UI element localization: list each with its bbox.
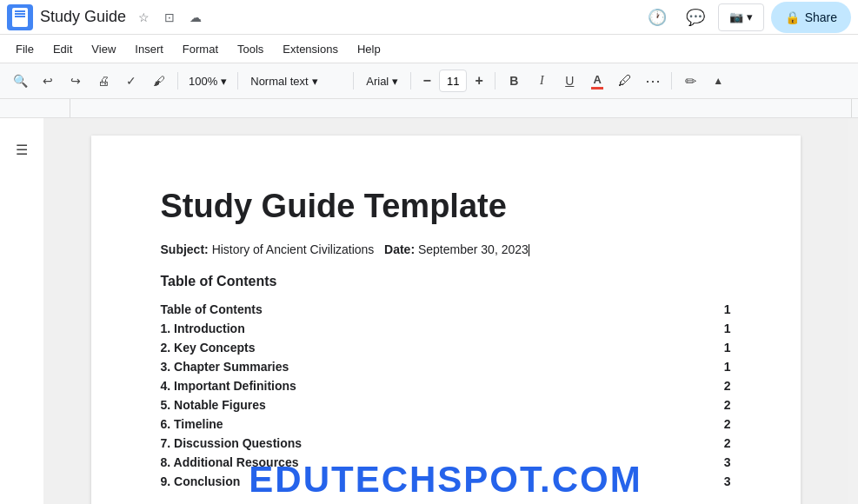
underline-btn[interactable]: U <box>556 68 582 94</box>
cloud-icon[interactable]: ☁ <box>185 7 206 28</box>
toc-item-page: 2 <box>705 376 731 395</box>
toc-row: 5. Notable Figures 2 <box>161 395 731 414</box>
move-icon[interactable]: ⊡ <box>159 7 180 28</box>
ruler-canvas <box>0 99 858 117</box>
toc-item-page: 2 <box>705 434 731 453</box>
toolbar-sep-6 <box>671 72 672 90</box>
share-button[interactable]: 🔒 Share <box>771 2 851 33</box>
sidebar: ☰ <box>0 118 43 504</box>
font-size-decrease-btn[interactable]: − <box>416 70 437 91</box>
toolbar-sep-2 <box>237 72 238 90</box>
font-selector[interactable]: Arial ▾ <box>359 73 405 90</box>
lock-icon: 🔒 <box>785 10 800 24</box>
toc-item-label: 7. Discussion Questions <box>161 434 705 453</box>
bold-btn[interactable]: B <box>501 68 527 94</box>
toc-item-page: 1 <box>705 338 731 357</box>
style-dropdown-icon: ▾ <box>312 75 318 88</box>
spell-check-btn[interactable]: ✓ <box>118 68 144 94</box>
font-size-increase-btn[interactable]: + <box>469 70 489 91</box>
toc-heading: Table of Contents <box>161 274 731 289</box>
outline-toggle-btn[interactable]: ☰ <box>8 136 36 163</box>
undo-btn[interactable]: ↩ <box>35 68 61 94</box>
toolbar-sep-4 <box>410 72 411 90</box>
toc-item-label: 4. Important Definitions <box>161 376 705 395</box>
title-action-icons: ☆ ⊡ ☁ <box>133 7 206 28</box>
subject-bold: Subject: <box>161 242 209 256</box>
history-icon[interactable]: 🕐 <box>642 2 673 33</box>
meet-button[interactable]: 📷 ▾ <box>718 3 764 31</box>
toc-item-page: 2 <box>705 395 731 414</box>
chat-icon[interactable]: 💬 <box>680 2 711 33</box>
paint-format-btn[interactable]: 🖌 <box>146 68 172 94</box>
collapse-toolbar-btn[interactable]: ▲ <box>705 68 731 94</box>
menu-extensions[interactable]: Extensions <box>274 39 347 59</box>
toc-item-page: 3 <box>705 453 731 472</box>
document-area[interactable]: Study Guide Template Subject: History of… <box>43 118 848 504</box>
toc-item-label: 5. Notable Figures <box>161 395 705 414</box>
menu-format[interactable]: Format <box>174 39 227 59</box>
toc-item-label: 3. Chapter Summaries <box>161 357 705 376</box>
toc-row: 7. Discussion Questions 2 <box>161 434 731 453</box>
style-selector[interactable]: Normal text ▾ <box>243 73 348 90</box>
menu-view[interactable]: View <box>83 39 124 59</box>
font-dropdown-icon: ▾ <box>392 75 398 88</box>
toc-item-label: 1. Introduction <box>161 319 705 338</box>
zoom-dropdown-icon: ▾ <box>221 75 227 88</box>
zoom-selector[interactable]: 100% ▾ <box>183 73 232 90</box>
document-title-heading: Study Guide Template <box>161 188 731 225</box>
ruler <box>0 99 858 118</box>
toc-item-page: 1 <box>705 300 731 319</box>
doc-app-icon[interactable] <box>7 4 33 30</box>
toolbar-sep-5 <box>495 72 496 90</box>
menu-tools[interactable]: Tools <box>229 39 272 59</box>
redo-btn[interactable]: ↪ <box>63 68 89 94</box>
main-area: ☰ Study Guide Template Subject: History … <box>0 118 858 504</box>
toc-item-page: 3 <box>705 472 731 491</box>
ruler-svg <box>70 99 852 118</box>
toc-item-label: 6. Timeline <box>161 414 705 434</box>
toc-item-label: 2. Key Concepts <box>161 338 705 357</box>
font-size-input[interactable] <box>439 70 467 92</box>
date-bold: Date: <box>384 242 415 256</box>
menu-file[interactable]: File <box>7 39 43 59</box>
search-toolbar-btn[interactable]: 🔍 <box>7 68 33 94</box>
watermark: EDUTECHSPOT.COM <box>249 459 642 501</box>
text-cursor <box>529 244 530 256</box>
star-icon[interactable]: ☆ <box>133 7 154 28</box>
toc-row: 2. Key Concepts 1 <box>161 338 731 357</box>
zoom-value: 100% <box>189 75 217 88</box>
font-value: Arial <box>366 75 389 88</box>
toc-row: 3. Chapter Summaries 1 <box>161 357 731 376</box>
header-right: 🕐 💬 📷 ▾ 🔒 Share <box>642 2 851 33</box>
italic-btn[interactable]: I <box>529 68 555 94</box>
formatting-mode-btn[interactable]: ✏ <box>677 68 703 94</box>
scrollbar[interactable] <box>848 118 858 504</box>
meet-camera-icon: 📷 <box>729 10 743 23</box>
title-bar: Study Guide ☆ ⊡ ☁ 🕐 💬 📷 ▾ 🔒 Share <box>0 0 858 35</box>
toc-row: Table of Contents 1 <box>161 300 731 319</box>
menu-help[interactable]: Help <box>349 39 389 59</box>
date-value: September 30, 2023 <box>418 242 529 256</box>
toc-row: 1. Introduction 1 <box>161 319 731 338</box>
toolbar-sep-1 <box>177 72 178 90</box>
toc-row: 6. Timeline 2 <box>161 414 731 434</box>
font-size-area: − + <box>416 70 489 92</box>
text-color-btn[interactable]: A <box>584 68 610 94</box>
document-page: Study Guide Template Subject: History of… <box>91 136 801 504</box>
menu-bar: File Edit View Insert Format Tools Exten… <box>0 35 858 63</box>
document-meta: Subject: History of Ancient Civilization… <box>161 242 731 256</box>
share-label: Share <box>805 10 837 24</box>
document-title: Study Guide <box>40 8 126 26</box>
meet-dropdown-icon: ▾ <box>747 10 753 23</box>
menu-insert[interactable]: Insert <box>126 39 172 59</box>
toc-item-page: 2 <box>705 414 731 434</box>
toolbar-sep-3 <box>353 72 354 90</box>
highlight-color-btn[interactable]: 🖊 <box>612 68 638 94</box>
more-formatting-btn[interactable]: ⋯ <box>640 68 666 94</box>
menu-edit[interactable]: Edit <box>44 39 81 59</box>
toolbar: 🔍 ↩ ↪ 🖨 ✓ 🖌 100% ▾ Normal text ▾ Arial ▾… <box>0 63 858 99</box>
print-btn[interactable]: 🖨 <box>90 68 116 94</box>
toc-item-page: 1 <box>705 357 731 376</box>
subject-value: History of Ancient Civilizations <box>212 242 375 256</box>
style-value: Normal text <box>250 75 308 88</box>
